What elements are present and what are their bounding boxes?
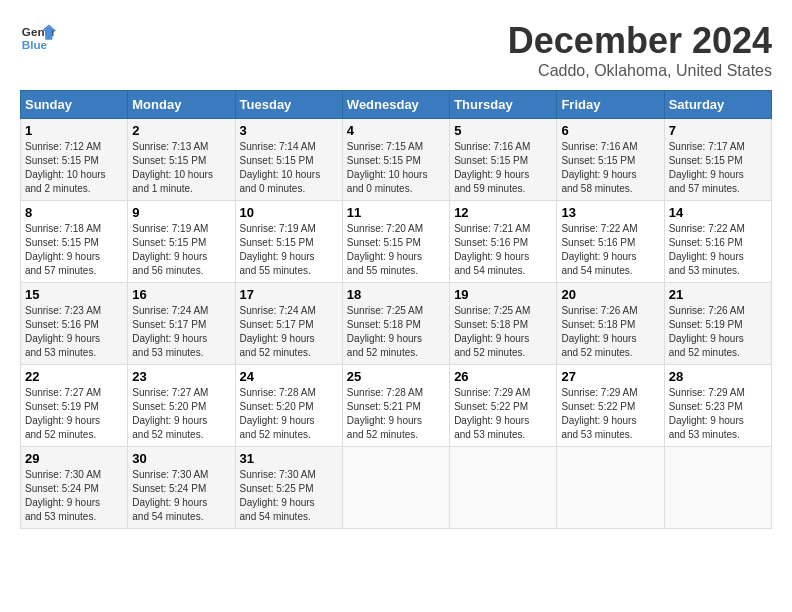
day-info: Sunrise: 7:12 AMSunset: 5:15 PMDaylight:… [25, 140, 123, 196]
day-info: Sunrise: 7:21 AMSunset: 5:16 PMDaylight:… [454, 222, 552, 278]
calendar-cell: 6Sunrise: 7:16 AMSunset: 5:15 PMDaylight… [557, 119, 664, 201]
calendar-cell: 8Sunrise: 7:18 AMSunset: 5:15 PMDaylight… [21, 201, 128, 283]
calendar-cell: 19Sunrise: 7:25 AMSunset: 5:18 PMDayligh… [450, 283, 557, 365]
day-info: Sunrise: 7:20 AMSunset: 5:15 PMDaylight:… [347, 222, 445, 278]
calendar-table: Sunday Monday Tuesday Wednesday Thursday… [20, 90, 772, 529]
day-number: 18 [347, 287, 445, 302]
day-number: 13 [561, 205, 659, 220]
day-info: Sunrise: 7:14 AMSunset: 5:15 PMDaylight:… [240, 140, 338, 196]
day-info: Sunrise: 7:18 AMSunset: 5:15 PMDaylight:… [25, 222, 123, 278]
title-section: December 2024 Caddo, Oklahoma, United St… [508, 20, 772, 80]
calendar-cell: 9Sunrise: 7:19 AMSunset: 5:15 PMDaylight… [128, 201, 235, 283]
calendar-cell [664, 447, 771, 529]
day-number: 24 [240, 369, 338, 384]
svg-text:Blue: Blue [22, 38, 48, 51]
calendar-cell: 23Sunrise: 7:27 AMSunset: 5:20 PMDayligh… [128, 365, 235, 447]
day-info: Sunrise: 7:24 AMSunset: 5:17 PMDaylight:… [240, 304, 338, 360]
col-wednesday: Wednesday [342, 91, 449, 119]
calendar-cell: 11Sunrise: 7:20 AMSunset: 5:15 PMDayligh… [342, 201, 449, 283]
col-monday: Monday [128, 91, 235, 119]
calendar-cell: 5Sunrise: 7:16 AMSunset: 5:15 PMDaylight… [450, 119, 557, 201]
day-info: Sunrise: 7:27 AMSunset: 5:20 PMDaylight:… [132, 386, 230, 442]
day-number: 12 [454, 205, 552, 220]
day-number: 22 [25, 369, 123, 384]
calendar-cell: 22Sunrise: 7:27 AMSunset: 5:19 PMDayligh… [21, 365, 128, 447]
calendar-cell: 30Sunrise: 7:30 AMSunset: 5:24 PMDayligh… [128, 447, 235, 529]
day-info: Sunrise: 7:16 AMSunset: 5:15 PMDaylight:… [561, 140, 659, 196]
calendar-cell: 13Sunrise: 7:22 AMSunset: 5:16 PMDayligh… [557, 201, 664, 283]
calendar-cell: 18Sunrise: 7:25 AMSunset: 5:18 PMDayligh… [342, 283, 449, 365]
day-number: 14 [669, 205, 767, 220]
calendar-cell: 29Sunrise: 7:30 AMSunset: 5:24 PMDayligh… [21, 447, 128, 529]
calendar-cell [450, 447, 557, 529]
day-info: Sunrise: 7:25 AMSunset: 5:18 PMDaylight:… [347, 304, 445, 360]
day-number: 30 [132, 451, 230, 466]
day-info: Sunrise: 7:23 AMSunset: 5:16 PMDaylight:… [25, 304, 123, 360]
day-number: 7 [669, 123, 767, 138]
calendar-cell: 2Sunrise: 7:13 AMSunset: 5:15 PMDaylight… [128, 119, 235, 201]
day-info: Sunrise: 7:30 AMSunset: 5:25 PMDaylight:… [240, 468, 338, 524]
day-number: 20 [561, 287, 659, 302]
day-number: 17 [240, 287, 338, 302]
day-info: Sunrise: 7:24 AMSunset: 5:17 PMDaylight:… [132, 304, 230, 360]
calendar-cell: 27Sunrise: 7:29 AMSunset: 5:22 PMDayligh… [557, 365, 664, 447]
col-friday: Friday [557, 91, 664, 119]
day-info: Sunrise: 7:27 AMSunset: 5:19 PMDaylight:… [25, 386, 123, 442]
day-number: 27 [561, 369, 659, 384]
month-title: December 2024 [508, 20, 772, 62]
day-info: Sunrise: 7:29 AMSunset: 5:23 PMDaylight:… [669, 386, 767, 442]
day-info: Sunrise: 7:28 AMSunset: 5:20 PMDaylight:… [240, 386, 338, 442]
logo: General Blue [20, 20, 56, 56]
day-info: Sunrise: 7:15 AMSunset: 5:15 PMDaylight:… [347, 140, 445, 196]
day-info: Sunrise: 7:25 AMSunset: 5:18 PMDaylight:… [454, 304, 552, 360]
day-number: 10 [240, 205, 338, 220]
day-info: Sunrise: 7:26 AMSunset: 5:19 PMDaylight:… [669, 304, 767, 360]
calendar-cell: 26Sunrise: 7:29 AMSunset: 5:22 PMDayligh… [450, 365, 557, 447]
calendar-cell [342, 447, 449, 529]
location-subtitle: Caddo, Oklahoma, United States [508, 62, 772, 80]
calendar-week-1: 1Sunrise: 7:12 AMSunset: 5:15 PMDaylight… [21, 119, 772, 201]
day-info: Sunrise: 7:29 AMSunset: 5:22 PMDaylight:… [561, 386, 659, 442]
calendar-cell: 24Sunrise: 7:28 AMSunset: 5:20 PMDayligh… [235, 365, 342, 447]
calendar-cell: 20Sunrise: 7:26 AMSunset: 5:18 PMDayligh… [557, 283, 664, 365]
day-number: 4 [347, 123, 445, 138]
day-info: Sunrise: 7:30 AMSunset: 5:24 PMDaylight:… [25, 468, 123, 524]
logo-icon: General Blue [20, 20, 56, 56]
day-info: Sunrise: 7:26 AMSunset: 5:18 PMDaylight:… [561, 304, 659, 360]
calendar-week-5: 29Sunrise: 7:30 AMSunset: 5:24 PMDayligh… [21, 447, 772, 529]
calendar-cell: 31Sunrise: 7:30 AMSunset: 5:25 PMDayligh… [235, 447, 342, 529]
day-number: 3 [240, 123, 338, 138]
day-info: Sunrise: 7:30 AMSunset: 5:24 PMDaylight:… [132, 468, 230, 524]
calendar-week-2: 8Sunrise: 7:18 AMSunset: 5:15 PMDaylight… [21, 201, 772, 283]
calendar-cell: 10Sunrise: 7:19 AMSunset: 5:15 PMDayligh… [235, 201, 342, 283]
calendar-cell: 4Sunrise: 7:15 AMSunset: 5:15 PMDaylight… [342, 119, 449, 201]
calendar-cell: 16Sunrise: 7:24 AMSunset: 5:17 PMDayligh… [128, 283, 235, 365]
day-info: Sunrise: 7:29 AMSunset: 5:22 PMDaylight:… [454, 386, 552, 442]
day-info: Sunrise: 7:17 AMSunset: 5:15 PMDaylight:… [669, 140, 767, 196]
calendar-cell: 21Sunrise: 7:26 AMSunset: 5:19 PMDayligh… [664, 283, 771, 365]
calendar-week-4: 22Sunrise: 7:27 AMSunset: 5:19 PMDayligh… [21, 365, 772, 447]
calendar-cell: 14Sunrise: 7:22 AMSunset: 5:16 PMDayligh… [664, 201, 771, 283]
calendar-cell: 3Sunrise: 7:14 AMSunset: 5:15 PMDaylight… [235, 119, 342, 201]
day-number: 25 [347, 369, 445, 384]
day-number: 6 [561, 123, 659, 138]
col-tuesday: Tuesday [235, 91, 342, 119]
day-info: Sunrise: 7:28 AMSunset: 5:21 PMDaylight:… [347, 386, 445, 442]
calendar-cell: 17Sunrise: 7:24 AMSunset: 5:17 PMDayligh… [235, 283, 342, 365]
header-row: Sunday Monday Tuesday Wednesday Thursday… [21, 91, 772, 119]
col-sunday: Sunday [21, 91, 128, 119]
day-number: 23 [132, 369, 230, 384]
calendar-cell: 12Sunrise: 7:21 AMSunset: 5:16 PMDayligh… [450, 201, 557, 283]
day-info: Sunrise: 7:19 AMSunset: 5:15 PMDaylight:… [240, 222, 338, 278]
calendar-cell: 25Sunrise: 7:28 AMSunset: 5:21 PMDayligh… [342, 365, 449, 447]
day-number: 19 [454, 287, 552, 302]
calendar-cell: 7Sunrise: 7:17 AMSunset: 5:15 PMDaylight… [664, 119, 771, 201]
calendar-cell: 28Sunrise: 7:29 AMSunset: 5:23 PMDayligh… [664, 365, 771, 447]
calendar-cell [557, 447, 664, 529]
calendar-cell: 1Sunrise: 7:12 AMSunset: 5:15 PMDaylight… [21, 119, 128, 201]
day-number: 16 [132, 287, 230, 302]
day-info: Sunrise: 7:22 AMSunset: 5:16 PMDaylight:… [669, 222, 767, 278]
day-number: 8 [25, 205, 123, 220]
day-number: 5 [454, 123, 552, 138]
header: General Blue December 2024 Caddo, Oklaho… [20, 20, 772, 80]
